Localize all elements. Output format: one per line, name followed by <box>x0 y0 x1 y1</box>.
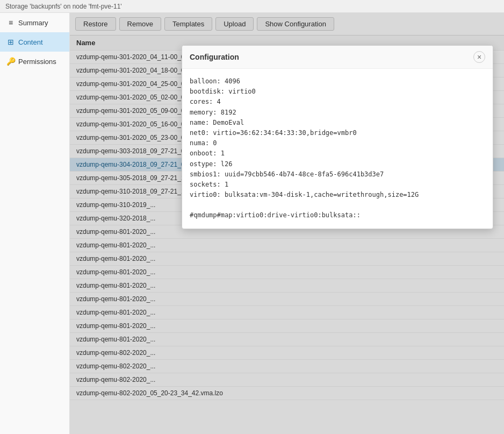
configuration-modal: Configuration × balloon: 4096 bootdisk: … <box>182 45 493 229</box>
modal-close-button[interactable]: × <box>473 51 485 63</box>
content-area: Restore Remove Templates Upload Show Con… <box>70 13 504 434</box>
sidebar-item-label-permissions: Permissions <box>18 58 56 66</box>
modal-title: Configuration <box>190 53 239 61</box>
modal-body: balloon: 4096 bootdisk: virtio0 cores: 4… <box>182 69 493 229</box>
content-icon: ⊞ <box>6 38 15 46</box>
main-layout: ≡ Summary ⊞ Content 🔑 Permissions Restor… <box>0 13 504 434</box>
modal-content: balloon: 4096 bootdisk: virtio0 cores: 4… <box>190 76 485 221</box>
sidebar: ≡ Summary ⊞ Content 🔑 Permissions <box>0 13 70 434</box>
modal-overlay: Configuration × balloon: 4096 bootdisk: … <box>70 13 504 434</box>
sidebar-item-permissions[interactable]: 🔑 Permissions <box>0 52 69 71</box>
sidebar-item-label-content: Content <box>18 38 43 46</box>
sidebar-item-label-summary: Summary <box>18 19 48 27</box>
permissions-icon: 🔑 <box>6 57 15 66</box>
sidebar-item-content[interactable]: ⊞ Content <box>0 32 69 52</box>
summary-icon: ≡ <box>6 18 15 27</box>
sidebar-item-summary[interactable]: ≡ Summary <box>0 13 69 32</box>
modal-header: Configuration × <box>182 46 493 69</box>
title-text: Storage 'backupnfs' on node 'fmt-pve-11' <box>5 3 122 10</box>
title-bar: Storage 'backupnfs' on node 'fmt-pve-11' <box>0 0 504 13</box>
